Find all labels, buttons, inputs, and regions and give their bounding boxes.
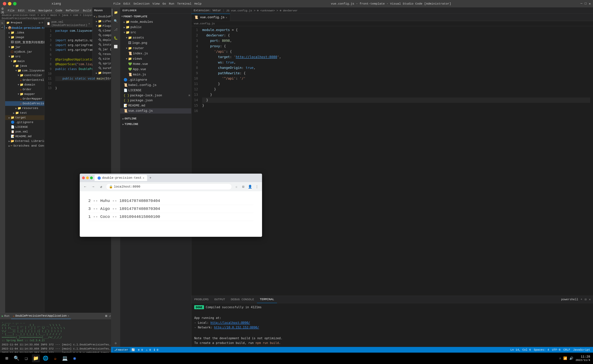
- vs-license[interactable]: 📄LICENSE: [120, 88, 191, 93]
- taskbar-clock[interactable]: 11:28 2022/11/4: [575, 355, 590, 362]
- tree-external-libs[interactable]: ▶📂 External Libraries: [5, 139, 44, 143]
- tree-gitignore[interactable]: 🔵.gitignore: [5, 120, 44, 125]
- menu-code[interactable]: Code: [54, 8, 64, 13]
- vs-logo[interactable]: 🖼logo.png: [120, 40, 191, 46]
- browser-tab-close-btn[interactable]: ✕: [143, 176, 144, 179]
- vs-menu-view[interactable]: View: [152, 2, 159, 5]
- run-tab-close[interactable]: ✕: [67, 314, 69, 318]
- windows-start-btn[interactable]: ⊞: [3, 354, 11, 362]
- terminal-network-link[interactable]: http://10.0.152.152:8090/: [214, 326, 259, 329]
- run-stop-btn[interactable]: ⏹: [105, 314, 108, 318]
- vs-package-lock[interactable]: { }package-lock.json M: [120, 93, 191, 98]
- tree-idea-folder[interactable]: ▶📁.idea: [5, 30, 44, 35]
- tree-jar-file[interactable]: ⬡ojdbc6.jar: [5, 50, 44, 54]
- browser-refresh-btn[interactable]: ↺: [98, 184, 104, 190]
- vscode-settings-icon[interactable]: ⚙: [112, 339, 119, 347]
- vs-home-vue[interactable]: 💚Home.vue: [120, 61, 191, 67]
- vscode-project-header[interactable]: ▼ FRONT-TEMPLATE: [120, 14, 191, 19]
- statusbar-spaces[interactable]: Spaces: 4: [533, 348, 550, 352]
- vs-assets[interactable]: ▼📁assets: [120, 35, 191, 40]
- tree-resources-folder[interactable]: ▶📁resources: [5, 106, 44, 110]
- browser-forward-btn[interactable]: →: [90, 184, 96, 190]
- menu-navigate[interactable]: Navigate: [37, 8, 53, 13]
- project-settings-icon[interactable]: ⚙: [39, 21, 40, 25]
- systray-volume[interactable]: 🔊: [569, 357, 573, 360]
- vs-menu-selection[interactable]: Selection: [133, 2, 150, 5]
- vs-gitignore[interactable]: 🔵.gitignore: [120, 77, 191, 83]
- vs-readme[interactable]: 📝README.md: [120, 103, 191, 108]
- tree-jar-folder[interactable]: ▼📁jar: [5, 45, 44, 50]
- browser-menu-icon[interactable]: ⋮: [254, 184, 260, 189]
- vs-menu-edit[interactable]: Edit: [123, 2, 131, 5]
- statusbar-info[interactable]: ℹ 0: [153, 348, 159, 352]
- tree-root[interactable]: ▼ 📦 double-precision-test [DoublePrecisi…: [5, 26, 44, 30]
- panel-tab-problems[interactable]: PROBLEMS: [191, 296, 211, 303]
- browser-back-btn[interactable]: ←: [82, 184, 88, 190]
- tree-ordercontroller[interactable]: ☕OrderController: [5, 78, 44, 82]
- menu-edit[interactable]: Edit: [17, 8, 26, 13]
- tree-src-folder[interactable]: ▼📁src: [5, 54, 44, 59]
- vscode-search-icon[interactable]: 🔍: [112, 17, 119, 25]
- terminal-shell-label[interactable]: powershell: [561, 298, 578, 301]
- tree-main-folder[interactable]: ▼📁main: [5, 59, 44, 64]
- browser-addressbar[interactable]: 🔒 localhost:8090: [106, 184, 232, 190]
- vs-router[interactable]: ▼📁router: [120, 46, 191, 51]
- statusbar-encoding[interactable]: UTF-8: [551, 348, 562, 352]
- run-tab-run[interactable]: ▶ Run: [0, 313, 11, 319]
- sidebar-project[interactable]: P: [1, 21, 4, 25]
- taskbar-chrome[interactable]: ◉: [71, 354, 79, 362]
- tab-pom[interactable]: 📋 pom.xml (DoublePrecisionTest) ✕: [44, 20, 92, 27]
- tree-com-folder[interactable]: ▼📁com.liuyuncen: [5, 68, 44, 73]
- statusbar-line-col[interactable]: Ln 14, Col 6: [509, 348, 532, 352]
- statusbar-sync-btn[interactable]: 🔄: [130, 348, 136, 352]
- browser-minimize-btn[interactable]: [86, 176, 89, 179]
- vscode-explorer-icon[interactable]: 📁: [112, 9, 119, 16]
- tree-domain-folder[interactable]: ▼📁domain: [5, 82, 44, 87]
- browser-tab-strip-icon[interactable]: ⊡: [240, 184, 246, 189]
- panel-tab-output[interactable]: OUTPUT: [211, 296, 228, 303]
- tree-java-folder[interactable]: ▼📁java: [5, 64, 44, 68]
- timeline-header[interactable]: ▶ TIMELINE: [120, 121, 191, 127]
- close-button[interactable]: [3, 2, 6, 5]
- tab-pom-close[interactable]: ✕: [88, 22, 90, 25]
- vscode-tab-vue-config[interactable]: 📜 vue.config.js ✕: [191, 14, 230, 21]
- tree-mapper-folder[interactable]: ▼📁mapper: [5, 92, 44, 97]
- browser-url[interactable]: localhost:8090: [114, 185, 140, 188]
- taskbar-intellij[interactable]: ☕: [51, 354, 59, 362]
- maximize-button[interactable]: [13, 2, 17, 5]
- vscode-close[interactable]: ✕: [589, 2, 591, 6]
- project-layout-icon[interactable]: ≡: [42, 21, 43, 24]
- tree-pom[interactable]: 📋pom.xml: [5, 129, 44, 134]
- tree-order[interactable]: ☕Order: [5, 87, 44, 92]
- taskbar-vscode[interactable]: 💻: [61, 354, 69, 362]
- menu-file[interactable]: File: [6, 8, 16, 13]
- vs-babel[interactable]: 📜babel.config.js: [120, 83, 191, 88]
- browser-profile-icon[interactable]: 👤: [247, 184, 253, 189]
- vscode-debug-icon[interactable]: 🐛: [112, 34, 119, 42]
- vs-menu-help[interactable]: Help: [194, 2, 202, 5]
- vs-vue-config[interactable]: 📜vue.config.js: [120, 108, 191, 114]
- vs-menu-go[interactable]: Go: [163, 2, 166, 5]
- statusbar-warnings[interactable]: ⚠ 0: [145, 348, 152, 352]
- vscode-maximize[interactable]: □: [585, 2, 586, 6]
- tree-scratches[interactable]: ▶✂ Scratches and Consoles: [5, 143, 44, 148]
- tree-license[interactable]: 📄LICENSE: [5, 125, 44, 129]
- minimize-button[interactable]: [8, 2, 11, 5]
- vs-src[interactable]: ▼📁src: [120, 30, 191, 35]
- taskbar-search[interactable]: 🔍: [13, 354, 20, 362]
- tree-main-app[interactable]: ☕DoublePrecisionTestApplication: [5, 101, 44, 106]
- sidebar-structure[interactable]: S: [1, 26, 4, 29]
- tree-readme[interactable]: 📝README.md: [5, 134, 44, 139]
- tree-image-file[interactable]: 🖼招聘_复查数列传推图标_白色版.png: [5, 40, 44, 45]
- vs-menu-terminal[interactable]: Terminal: [177, 2, 191, 5]
- statusbar-line-ending[interactable]: CRLF: [562, 348, 571, 352]
- vs-router-index[interactable]: 📜index.js: [120, 51, 191, 56]
- vs-menu-file[interactable]: File: [113, 2, 120, 5]
- run-restart-btn[interactable]: ↺: [109, 314, 111, 318]
- taskbar-taskview[interactable]: ❑: [22, 354, 30, 362]
- browser-new-tab-btn[interactable]: +: [149, 176, 152, 180]
- tree-target-folder[interactable]: ▶📁target: [5, 115, 44, 120]
- panel-tab-debug[interactable]: DEBUG CONSOLE: [228, 296, 257, 303]
- panel-tab-terminal[interactable]: TERMINAL: [257, 296, 277, 303]
- vs-views[interactable]: ▼📁views: [120, 56, 191, 61]
